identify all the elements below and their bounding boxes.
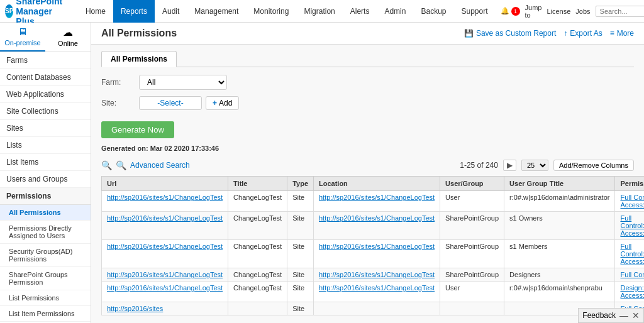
next-page-button[interactable]: ▶ bbox=[503, 160, 516, 171]
feedback-minimize-button[interactable]: — bbox=[619, 310, 628, 320]
license-link[interactable]: License bbox=[547, 8, 570, 15]
sidebar-item-site-collections[interactable]: Site Collections bbox=[0, 103, 91, 120]
sidebar-item-list-items[interactable]: List Items bbox=[0, 154, 91, 171]
site-row: Site: -Select- + Add bbox=[101, 96, 634, 110]
tab-on-premise-label: On-premise bbox=[4, 39, 40, 47]
cell-permissions: Full Control:Design:Contribute:Read:Limi… bbox=[615, 191, 644, 212]
cell-url: http://sp2016/sites/s1/ChangeLogTest bbox=[102, 268, 228, 282]
cell-type: Site bbox=[287, 240, 314, 268]
add-site-button[interactable]: + Add bbox=[206, 96, 239, 110]
table-header: Url Title Type Location User/Group User … bbox=[102, 177, 645, 191]
notif-count: 1 bbox=[511, 7, 520, 16]
cell-location: http://sp2016/sites/s1/ChangeLogTest bbox=[314, 240, 440, 268]
cell-user-group-title: s1 Members bbox=[504, 240, 615, 268]
filter-icon[interactable]: 🔍 bbox=[116, 160, 126, 170]
report-tab-all-permissions[interactable]: All Permissions bbox=[101, 51, 177, 67]
global-search-input[interactable] bbox=[596, 6, 644, 17]
bell-icon: 🔔 bbox=[501, 7, 509, 15]
nav-home[interactable]: Home bbox=[78, 0, 113, 23]
nav-backup[interactable]: Backup bbox=[413, 0, 453, 23]
col-user-group: User/Group bbox=[440, 177, 504, 191]
farm-select-wrapper: All bbox=[139, 75, 227, 90]
farm-label: Farm: bbox=[101, 78, 139, 87]
cell-url: http://sp2016/sites/s1/ChangeLogTest bbox=[102, 212, 228, 240]
cell-user-group-title: Designers bbox=[504, 268, 615, 282]
sidebar-item-web-applications[interactable]: Web Applications bbox=[0, 86, 91, 103]
farm-select[interactable]: All bbox=[139, 75, 227, 90]
nav-migration[interactable]: Migration bbox=[296, 0, 342, 23]
cell-permissions: Full Control:Design:Edit:Contribute:Read… bbox=[615, 240, 644, 268]
sidebar-item-list-permissions[interactable]: List Permissions bbox=[0, 290, 91, 306]
col-title: Title bbox=[228, 177, 287, 191]
site-select-box[interactable]: -Select- bbox=[139, 96, 202, 110]
export-as-button[interactable]: ↑ Export As bbox=[564, 29, 602, 38]
nav-audit[interactable]: Audit bbox=[155, 0, 187, 23]
table-row: http://sp2016/sites/s1/ChangeLogTest Cha… bbox=[102, 268, 645, 282]
jump-to-label: Jump to bbox=[525, 4, 542, 19]
search-icon[interactable]: 🔍 bbox=[101, 160, 112, 170]
sidebar-item-sharepoint-groups[interactable]: SharePoint Groups Permission bbox=[0, 267, 91, 290]
sidebar-item-content-databases[interactable]: Content Databases bbox=[0, 69, 91, 86]
notifications[interactable]: 🔔 1 bbox=[501, 7, 520, 16]
advanced-search-link[interactable]: Advanced Search bbox=[130, 161, 190, 170]
jobs-link[interactable]: Jobs bbox=[575, 8, 590, 15]
tab-online[interactable]: ☁ Online bbox=[45, 23, 91, 52]
nav-reports[interactable]: Reports bbox=[113, 0, 155, 23]
generated-on-value: Mar 02 2020 17:33:46 bbox=[150, 145, 219, 152]
sidebar: 🖥 On-premise ☁ Online Farms Content Data… bbox=[0, 23, 91, 323]
sidebar-item-farms[interactable]: Farms bbox=[0, 52, 91, 69]
table-row: http://sp2016/sites/s1/ChangeLogTest Cha… bbox=[102, 191, 645, 212]
nav-monitoring[interactable]: Monitoring bbox=[246, 0, 296, 23]
feedback-close-button[interactable]: ✕ bbox=[632, 310, 640, 320]
cell-location: http://sp2016/sites/s1/ChangeLogTest bbox=[314, 191, 440, 212]
sidebar-item-lists[interactable]: Lists bbox=[0, 137, 91, 154]
generated-on-label: Generated on: bbox=[101, 145, 148, 152]
cell-title: ChangeLogTest bbox=[228, 191, 287, 212]
per-page-select[interactable]: 25 bbox=[521, 160, 548, 171]
report-tab-bar: All Permissions bbox=[101, 51, 634, 67]
cell-location: http://sp2016/sites/s1/ChangeLogTest bbox=[314, 282, 440, 302]
more-button[interactable]: ≡ More bbox=[610, 29, 634, 38]
jump-to[interactable]: Jump to bbox=[525, 4, 542, 19]
nav-management[interactable]: Management bbox=[187, 0, 246, 23]
cell-user-group: User bbox=[440, 282, 504, 302]
add-remove-columns-button[interactable]: Add/Remove Columns bbox=[553, 160, 634, 171]
sidebar-item-all-permissions[interactable]: All Permissions bbox=[0, 205, 91, 221]
cell-location: http://sp2016/sites/s1/ChangeLogTest bbox=[314, 268, 440, 282]
cell-title bbox=[228, 302, 287, 315]
cell-title: ChangeLogTest bbox=[228, 268, 287, 282]
cell-permissions: Full Control:Design:Edit:Contribute:Read… bbox=[615, 212, 644, 240]
pagination-info: 1-25 of 240 bbox=[460, 161, 498, 170]
sidebar-item-permissions-direct[interactable]: Permissions Directly Assigned to Users bbox=[0, 221, 91, 244]
nav-support[interactable]: Support bbox=[453, 0, 495, 23]
toolbar-right: 1-25 of 240 ▶ 25 Add/Remove Columns bbox=[460, 160, 634, 171]
generated-on: Generated on: Mar 02 2020 17:33:46 bbox=[101, 145, 634, 152]
cell-user-group-title: r:0#.w|sp16domain\administrator bbox=[504, 191, 615, 212]
sidebar-item-list-item-permissions[interactable]: List Item Permissions bbox=[0, 306, 91, 322]
table-toolbar: 🔍 🔍 Advanced Search 1-25 of 240 ▶ 25 Add… bbox=[101, 157, 634, 173]
sidebar-item-security-groups[interactable]: Security Groups(AD) Permissions bbox=[0, 244, 91, 267]
cell-type: Site bbox=[287, 302, 314, 315]
nav-alerts[interactable]: Alerts bbox=[343, 0, 377, 23]
sidebar-item-users-groups[interactable]: Users and Groups bbox=[0, 171, 91, 188]
cell-user-group: User bbox=[440, 191, 504, 212]
cell-title: ChangeLogTest bbox=[228, 282, 287, 302]
top-nav: Home Reports Audit Management Monitoring… bbox=[78, 0, 496, 23]
save-custom-report-button[interactable]: 💾 Save as Custom Report bbox=[464, 29, 556, 38]
cell-location bbox=[314, 302, 440, 315]
nav-admin[interactable]: Admin bbox=[377, 0, 413, 23]
table-row: http://sp2016/sites/s1/ChangeLogTest Cha… bbox=[102, 212, 645, 240]
generate-now-button[interactable]: Generate Now bbox=[101, 121, 174, 138]
site-label: Site: bbox=[101, 99, 139, 107]
tab-on-premise[interactable]: 🖥 On-premise bbox=[0, 23, 45, 52]
on-premise-icon: 🖥 bbox=[18, 26, 28, 38]
logo-icon: SP bbox=[5, 4, 13, 18]
cell-url: http://sp2016/sites/s1/ChangeLogTest bbox=[102, 282, 228, 302]
feedback-label: Feedback bbox=[582, 311, 616, 320]
permissions-table: Url Title Type Location User/Group User … bbox=[101, 176, 644, 315]
sidebar-section-permissions: Permissions bbox=[0, 188, 91, 205]
table-row: http://sp2016/sites/s1/ChangeLogTest Cha… bbox=[102, 282, 645, 302]
cell-location: http://sp2016/sites/s1/ChangeLogTest bbox=[314, 212, 440, 240]
sidebar-item-sites[interactable]: Sites bbox=[0, 120, 91, 137]
table-row: http://sp2016/sites Site Full Control:De… bbox=[102, 302, 645, 315]
